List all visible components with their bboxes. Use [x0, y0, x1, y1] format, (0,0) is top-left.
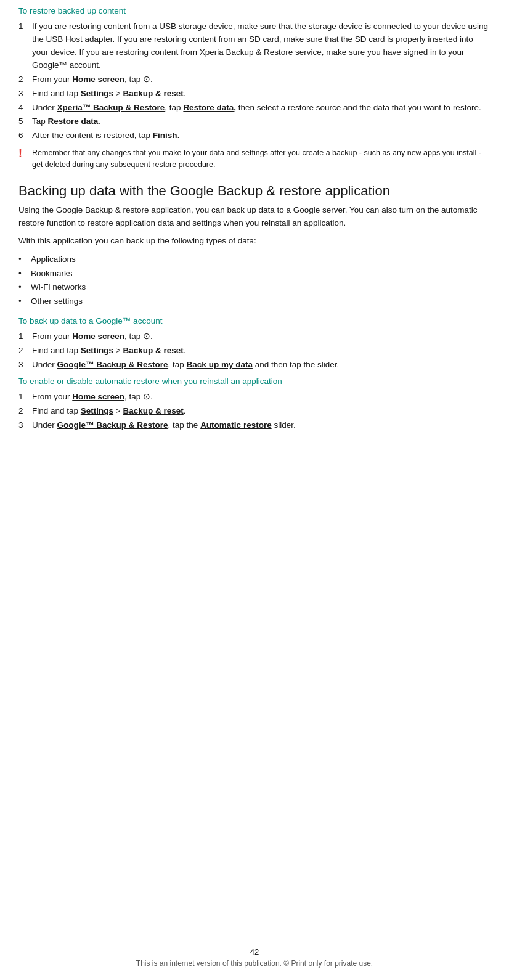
backup-reset-ref-1: Backup & reset — [123, 89, 183, 98]
step-num-4: 4 — [18, 102, 32, 115]
tap-icon-2: ⊙ — [143, 332, 150, 341]
restore-step-3: 3 Find and tap Settings > Backup & reset… — [18, 88, 491, 100]
step-num-1: 1 — [18, 20, 32, 72]
step-text-3: Find and tap Settings > Backup & reset. — [32, 88, 491, 100]
auto-restore-subsection: To enable or disable automatic restore w… — [18, 377, 491, 432]
step-num-2: 2 — [18, 73, 32, 86]
backup-step-2: 2 Find and tap Settings > Backup & reset… — [18, 345, 491, 357]
xperia-backup-ref: Xperia™ Backup & Restore — [57, 103, 165, 112]
back-up-steps: 1 From your Home screen, tap ⊙. 2 Find a… — [18, 330, 491, 372]
google-backup-intro: Using the Google Backup & restore applic… — [18, 204, 491, 230]
restore-section: To restore backed up content 1 If you ar… — [18, 6, 491, 171]
restore-step-6: 6 After the content is restored, tap Fin… — [18, 129, 491, 142]
home-screen-ref: Home screen — [72, 75, 124, 84]
google-backup-with-app: With this application you can back up th… — [18, 235, 491, 248]
home-screen-ref-2: Home screen — [72, 332, 124, 341]
google-backup-restore-ref-1: Google™ Backup & Restore — [57, 360, 168, 369]
backup-step-3: 3 Under Google™ Backup & Restore, tap Ba… — [18, 359, 491, 372]
auto-restore-step-2: 2 Find and tap Settings > Backup & reset… — [18, 405, 491, 418]
auto-step-text-2: Find and tap Settings > Backup & reset. — [32, 405, 491, 418]
backup-step-num-2: 2 — [18, 345, 32, 357]
restore-heading: To restore backed up content — [18, 6, 491, 15]
auto-step-num-3: 3 — [18, 419, 32, 432]
auto-restore-step-3: 3 Under Google™ Backup & Restore, tap th… — [18, 419, 491, 432]
warning-text: Remember that any changes that you make … — [32, 147, 491, 171]
settings-ref-1: Settings — [81, 89, 113, 98]
backup-step-1: 1 From your Home screen, tap ⊙. — [18, 330, 491, 343]
page-footer: 42 This is an internet version of this p… — [0, 947, 509, 968]
tap-icon-3: ⊙ — [143, 392, 150, 401]
restore-data-ref: Restore data, — [183, 103, 236, 112]
google-backup-restore-ref-2: Google™ Backup & Restore — [57, 420, 168, 430]
restore-step-1: 1 If you are restoring content from a US… — [18, 20, 491, 72]
auto-step-num-2: 2 — [18, 405, 32, 418]
settings-ref-3: Settings — [81, 406, 113, 415]
step-num-3: 3 — [18, 88, 32, 100]
settings-ref-2: Settings — [81, 346, 113, 355]
bullet-bookmarks: Bookmarks — [18, 267, 491, 281]
backup-reset-ref-3: Backup & reset — [123, 406, 183, 415]
auto-step-num-1: 1 — [18, 391, 32, 404]
bullet-applications: Applications — [18, 253, 491, 267]
auto-step-text-3: Under Google™ Backup & Restore, tap the … — [32, 419, 491, 432]
step-num-5: 5 — [18, 115, 32, 128]
backup-reset-ref-2: Backup & reset — [123, 346, 183, 355]
bullet-wifi: Wi-Fi networks — [18, 280, 491, 295]
restore-data-btn-ref: Restore data — [48, 116, 99, 126]
backup-step-text-1: From your Home screen, tap ⊙. — [32, 330, 491, 343]
auto-restore-ref: Automatic restore — [200, 420, 272, 430]
google-backup-heading: Backing up data with the Google Backup &… — [18, 183, 491, 199]
auto-restore-heading: To enable or disable automatic restore w… — [18, 377, 491, 386]
restore-step-2: 2 From your Home screen, tap ⊙. — [18, 73, 491, 86]
footer-note: This is an internet version of this publ… — [0, 959, 509, 968]
tap-icon-1: ⊙ — [143, 75, 150, 84]
step-num-6: 6 — [18, 129, 32, 142]
restore-steps: 1 If you are restoring content from a US… — [18, 20, 491, 142]
auto-restore-step-1: 1 From your Home screen, tap ⊙. — [18, 391, 491, 404]
auto-restore-steps: 1 From your Home screen, tap ⊙. 2 Find a… — [18, 391, 491, 432]
backup-step-num-3: 3 — [18, 359, 32, 372]
google-backup-section: Backing up data with the Google Backup &… — [18, 183, 491, 432]
restore-step-4: 4 Under Xperia™ Backup & Restore, tap Re… — [18, 102, 491, 115]
backup-step-text-2: Find and tap Settings > Backup & reset. — [32, 345, 491, 357]
backup-step-num-1: 1 — [18, 330, 32, 343]
page-number: 42 — [0, 947, 509, 957]
step-text-5: Tap Restore data. — [32, 115, 491, 128]
back-up-heading: To back up data to a Google™ account — [18, 316, 491, 325]
finish-ref: Finish — [153, 131, 177, 140]
step-text-4: Under Xperia™ Backup & Restore, tap Rest… — [32, 102, 491, 115]
warning-box: ! Remember that any changes that you mak… — [18, 147, 491, 171]
backup-types-list: Applications Bookmarks Wi-Fi networks Ot… — [18, 253, 491, 309]
back-up-data-ref: Back up my data — [187, 360, 253, 369]
warning-icon: ! — [18, 147, 32, 160]
auto-step-text-1: From your Home screen, tap ⊙. — [32, 391, 491, 404]
step-text-2: From your Home screen, tap ⊙. — [32, 73, 491, 86]
back-up-subsection: To back up data to a Google™ account 1 F… — [18, 316, 491, 372]
bullet-other: Other settings — [18, 295, 491, 309]
page-content: To restore backed up content 1 If you ar… — [0, 0, 509, 474]
backup-step-text-3: Under Google™ Backup & Restore, tap Back… — [32, 359, 491, 372]
restore-step-5: 5 Tap Restore data. — [18, 115, 491, 128]
step-text-6: After the content is restored, tap Finis… — [32, 129, 491, 142]
step-text-1: If you are restoring content from a USB … — [32, 20, 491, 72]
home-screen-ref-3: Home screen — [72, 392, 124, 401]
